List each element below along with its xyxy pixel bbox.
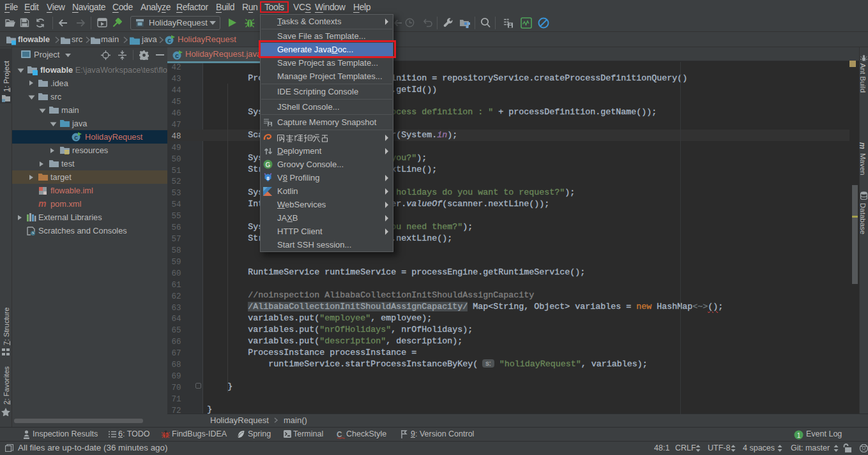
svg-text:G: G [266, 161, 271, 168]
svg-text:8: 8 [266, 175, 270, 181]
svg-text:C: C [175, 53, 179, 60]
svg-text:C: C [74, 135, 78, 142]
